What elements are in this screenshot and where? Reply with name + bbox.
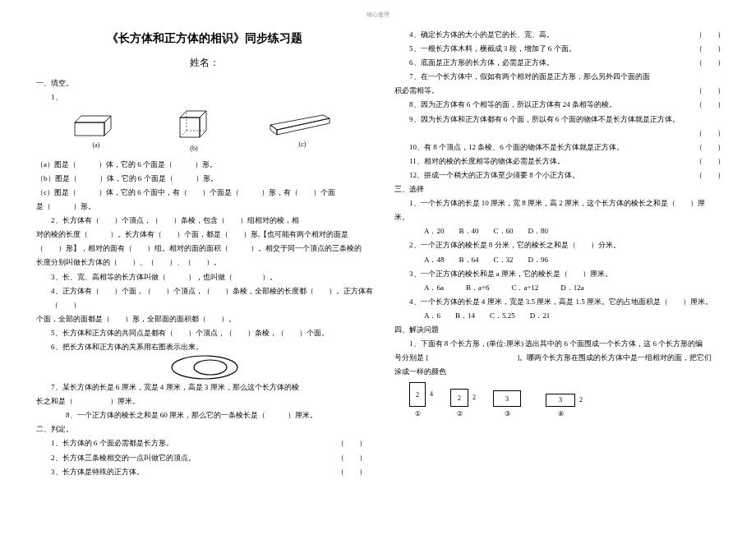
s1-1: 1、一个长方体的长是 10 厘米，宽 8 厘米，高 2 厘米，这个长方体的棱长之… <box>394 196 731 210</box>
q2-3: （ ）形】，相对的面有（ ）组。相对的面的面积（ ）。相交于同一个顶点的三条棱的 <box>36 242 373 256</box>
rect-circle-num: ① <box>409 408 426 420</box>
j8-text: 8、因为正方体有 6 个相等的面，所以正方体有 24 条相等的棱。 <box>409 100 616 108</box>
q7-1: 7、某长方体的长是 6 厘米，宽是 4 厘米，高是 3 厘米，那么这个长方体的棱 <box>36 380 373 394</box>
svg-marker-0 <box>75 122 104 136</box>
rect-circle-num: ④ <box>546 408 575 420</box>
s3-opts: A．6a B．a÷6 C．a÷12 D．12a <box>394 281 731 295</box>
paren: （ ） <box>337 451 366 465</box>
j1-text: 1、长方体的 6 个面必需都是长方形。 <box>51 439 173 447</box>
q2-2: 对的棱的长度（ ）。长方体有（ ）个面，都是（ ）形,【也可能有两个相对的面是 <box>36 228 373 242</box>
doc-title: 《长方体和正方体的相识》同步练习题 <box>36 28 373 50</box>
s4: 4、一个长方体的长是 4 厘米，宽是 3.5 厘米，高是 1.5 厘米。它的占地… <box>394 295 731 309</box>
j4-text: 4、确定长方体的大小的是它的长、宽、高。 <box>409 30 554 39</box>
paren: （ ） <box>337 436 366 450</box>
j2: 2、长方体三条棱相交的一点叫做它的顶点。（ ） <box>36 451 373 465</box>
label-b: (b) <box>175 142 213 155</box>
left-column: 《长方体和正方体的相识》同步练习题 姓名： 一、填空。 1、 (a) <box>36 28 373 479</box>
j2-text: 2、长方体三条棱相交的一点叫做它的顶点。 <box>51 454 196 462</box>
j9: 9、因为长方体和正方体都有 6 个面，所以有 6 个面的物体不是长方体就是正方体… <box>394 113 731 127</box>
j10: 10、有 8 个顶点，12 条棱、6 个面的物体不是长方体就是正方体。（ ） <box>394 141 731 155</box>
q7-2: 长之和是（ ）厘米。 <box>36 394 373 408</box>
s2: 2、一个正方体的棱长是 8 分米，它的棱长之和是（ ）分米。 <box>394 238 731 252</box>
s4-opts: A．6 B．14 C．5.25 D．21 <box>394 309 731 323</box>
q5: 5、长方体和正方体的共同点是都有（ ）个顶点，（ ）条棱，（ ）个面。 <box>36 326 373 340</box>
rect-inner-num: 3 <box>559 394 562 406</box>
j7-2: 积必需相等。（ ） <box>394 84 731 98</box>
rect-right-label: 4 <box>430 389 433 401</box>
right-column: 4、确定长方体的大小的是它的长、宽、高。（ ） 5、一根长方体木料，横截成 3 … <box>394 28 731 479</box>
page-container: 《长方体和正方体的相识》同步练习题 姓名： 一、填空。 1、 (a) <box>0 0 756 487</box>
rect-item: 32④ <box>546 393 575 420</box>
svg-line-6 <box>180 131 187 137</box>
j7-2-text: 积必需相等。 <box>394 86 439 95</box>
j10-text: 10、有 8 个顶点，12 条棱、6 个面的物体不是长方体就是正方体。 <box>409 143 624 151</box>
j8: 8、因为正方体有 6 个相等的面，所以正方体有 24 条相等的棱。（ ） <box>394 98 731 112</box>
svg-marker-5 <box>200 111 206 137</box>
shape-c-prism: (c) <box>267 112 338 150</box>
svg-marker-10 <box>270 125 277 135</box>
section-2-head: 二、判定。 <box>36 422 373 436</box>
section-3-head: 三、选择 <box>394 182 731 196</box>
q1-number: 1、 <box>36 90 373 104</box>
rect-box: 24 <box>409 382 426 407</box>
name-field: 姓名： <box>36 53 373 72</box>
header-tag: 细心整理 <box>366 10 390 21</box>
p1-3: 涂成一样的颜色 <box>394 365 731 379</box>
q8: 8、一个正方体的棱长之和是 60 厘米，那么它的一条棱长是（ ）厘米。 <box>36 408 373 422</box>
rect-box: 22 <box>450 389 468 407</box>
q2-1: 2、长方体有（ ）个顶点，（ ）条棱，包含（ ）组相对的棱，相 <box>36 214 373 228</box>
s2-opts: A．48 B．64 C．32 D．96 <box>394 253 731 267</box>
paren: （ ） <box>695 141 725 155</box>
q1c-1: （c）图是（ ）体，它的 6 个面中，有（ ）个面是（ ）形，有（ ）个面 <box>36 186 373 200</box>
s3: 3、一个正方体的棱长和是 a 厘米，它的棱长是（ ）厘米。 <box>394 267 731 281</box>
q3: 3、长、宽、高相等的长方体叫做（ ），也叫做（ ）。 <box>36 270 373 284</box>
j7-1: 7、在一个长方体中，假如有两个相对的面是正方形，那么另外四个面的面 <box>394 70 731 84</box>
j6-text: 6、底面是正方形的长方体，必需是正方体。 <box>409 58 554 67</box>
rect-box: 32 <box>546 394 575 407</box>
svg-point-13 <box>194 360 227 375</box>
label-a: (a) <box>71 139 121 151</box>
q1b: （b）图是（ ）体，它的 6 个面是（ ）形。 <box>36 172 373 186</box>
q6-row: 6、把长方体和正方体的关系用右图表示出来。 <box>36 340 373 354</box>
j5: 5、一根长方体木料，横截成 3 段，增加了 6 个面。（ ） <box>394 42 731 56</box>
rect-box: 3 <box>493 390 521 407</box>
s1-opts: A．20 B．40 C．60 D．80 <box>394 224 731 238</box>
j4: 4、确定长方体的大小的是它的长、宽、高。（ ） <box>394 28 731 42</box>
paren: （ ） <box>695 56 725 70</box>
j12: 12、拼成一个稍大的正方体至少须要 8 个小正方体。（ ） <box>394 168 731 182</box>
q6: 6、把长方体和正方体的关系用右图表示出来。 <box>36 340 373 354</box>
paren: （ ） <box>695 155 725 168</box>
rect-circle-num: ③ <box>493 408 521 420</box>
rect-right-label: 2 <box>579 394 583 406</box>
rect-inner-num: 2 <box>458 392 461 404</box>
section-4-head: 四、解决问题 <box>394 323 731 337</box>
q4-2: 个面，全部的面都是（ ）形，全部面的面积都（ ）。 <box>36 312 373 326</box>
q4-1: 4、正方体有（ ）个面，（ ）个顶点，（ ）条棱，全部棱的长度都（ ）。正方体有… <box>36 284 373 312</box>
rect-item: 24① <box>409 382 426 420</box>
j1: 1、长方体的 6 个面必需都是长方形。（ ） <box>36 436 373 450</box>
paren: （ ） <box>337 465 366 479</box>
p1-1: 1、下面有 8 个长方形，(单位:厘米) 选出其中的 6 个面围成一个长方体，这… <box>394 337 731 351</box>
j3-text: 3、长方体是特殊的正方体。 <box>51 468 144 476</box>
j11-text: 11、相对的棱的长度相等的物体必需是长方体。 <box>409 157 565 165</box>
paren: （ ） <box>695 84 725 98</box>
rect-item: 22② <box>450 389 468 420</box>
q2-4: 长度分别叫做长方体的（ ）、（ ）、（ ）。 <box>36 256 373 270</box>
paren: （ ） <box>695 168 725 182</box>
j6: 6、底面是正方形的长方体，必需是正方体。（ ） <box>394 56 731 70</box>
q1a: （a）图是（ ）体，它的 6 个面是（ ）形。 <box>36 158 373 172</box>
rect-item: 3③ <box>493 390 521 420</box>
j9-paren: （ ） <box>394 127 731 141</box>
shape-a-cuboid: (a) <box>71 111 121 151</box>
paren: （ ） <box>695 98 725 112</box>
venn-diagram <box>36 354 373 380</box>
s1-2: 米。 <box>394 210 731 224</box>
svg-marker-4 <box>180 111 206 118</box>
paren: （ ） <box>695 127 725 141</box>
section-1-head: 一、填空。 <box>36 76 373 90</box>
rectangles-row: 24①22②3③32④ <box>394 379 731 420</box>
svg-marker-11 <box>277 118 330 135</box>
svg-marker-2 <box>104 116 111 136</box>
j3: 3、长方体是特殊的正方体。（ ） <box>36 465 373 479</box>
shape-b-cube: (b) <box>175 108 213 155</box>
